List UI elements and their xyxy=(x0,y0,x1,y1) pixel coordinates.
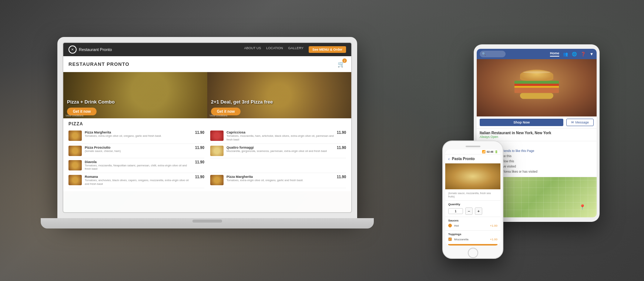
item-desc: Tomatoes, mozzarella, ham, artichoke, bl… xyxy=(227,134,334,142)
phone-device: 📶 02:48 🔋 ‹ Pasta Pronto (tomato sauce, … xyxy=(442,140,503,259)
bun-top xyxy=(520,70,553,81)
item-image xyxy=(68,160,82,170)
menu-item[interactable]: Pizza Margherita Tomatoes, extra-virgin … xyxy=(68,129,204,144)
item-desc: Tomatoes, extra-virgin olive oil, oregan… xyxy=(227,179,334,182)
item-info: Pizza Margherita Tomatoes, extra-virgin … xyxy=(85,131,192,138)
nav-location[interactable]: LOCATION xyxy=(266,46,283,53)
item-price: 11.90 xyxy=(195,175,204,179)
nav-links: ABOUT US LOCATION GALLERY See MENU & Ord… xyxy=(244,46,346,53)
quantity-row: 1 − + xyxy=(448,207,497,215)
item-desc: Tomatoes, mozzarella, Neapolitan salami,… xyxy=(85,164,192,171)
topping-checkbox-mozzarella[interactable]: ✓ xyxy=(448,237,452,241)
sauce-name-hot: Hot xyxy=(454,224,459,227)
item-name: Capricciosa xyxy=(227,131,334,134)
quantity-display: 1 xyxy=(448,208,463,214)
item-image xyxy=(210,175,224,185)
quantity-section: Quantity 1 − + xyxy=(445,201,500,217)
item-info: Diavola Tomatoes, mozzarella, Neapolitan… xyxy=(85,160,192,171)
item-name: Pizza Margherita xyxy=(85,131,192,134)
nav-about[interactable]: ABOUT US xyxy=(244,46,261,53)
item-info: Capricciosa Tomatoes, mozzarella, ham, a… xyxy=(227,131,334,142)
fb-home-link[interactable]: Home xyxy=(550,51,559,57)
item-info: Romana Tomatoes, anchovies, black olives… xyxy=(85,175,192,186)
menu-section: PIZZA Pizza Margherita Tomatoes, extra-v… xyxy=(63,118,351,191)
item-desc: (tomato sauce, cheese, ham) xyxy=(85,149,192,153)
site-navigation: ✕ Restaurant Pronto ABOUT US LOCATION GA… xyxy=(63,43,351,56)
toppings-section: Toppings ✓ Mozzarella +1.00 11.90 RON Ad… xyxy=(445,231,500,246)
topping-row: ✓ Mozzarella +1.00 xyxy=(448,237,497,241)
fb-friends-icon[interactable]: 👥 xyxy=(563,52,568,57)
fb-help-icon[interactable]: ❓ xyxy=(581,52,586,57)
fb-navigation: 🔍 Home 👥 🌐 ❓ ▼ xyxy=(477,49,597,59)
patty-layer xyxy=(514,88,559,93)
sauces-section: Sauces Hot +1.00 xyxy=(445,217,500,231)
promo-banners: Pizza + Drink Combo Get it now View cond… xyxy=(63,72,351,118)
item-name: Diavola xyxy=(85,160,192,164)
fb-page-name: Italian Restaurant in New York, New York xyxy=(480,131,594,135)
fb-message-button[interactable]: ✉ Message xyxy=(566,119,594,126)
item-price: 11.90 xyxy=(195,160,204,164)
menu-item[interactable]: Pizza Margherita Tomatoes, extra-virgin … xyxy=(210,173,346,188)
promo1-title: Pizza + Drink Combo xyxy=(67,99,204,105)
phone-speaker xyxy=(466,146,480,147)
menu-item[interactable] xyxy=(210,158,346,173)
menu-item[interactable]: Diavola Tomatoes, mozzarella, Neapolitan… xyxy=(68,158,204,173)
laptop-screen: ✕ Restaurant Pronto ABOUT US LOCATION GA… xyxy=(63,42,352,213)
back-button[interactable]: ‹ xyxy=(448,156,450,162)
cart-icon-wrap[interactable]: 🛒 2 xyxy=(336,59,346,69)
content-header: RESTAURANT PRONTO 🛒 2 xyxy=(63,56,351,72)
sauce-radio-hot[interactable] xyxy=(448,224,452,227)
fb-nav-links: Home 👥 🌐 ❓ ▼ xyxy=(550,51,594,57)
logo-icon: ✕ xyxy=(68,45,77,54)
phone-body: 📶 02:48 🔋 ‹ Pasta Pronto (tomato sauce, … xyxy=(442,140,503,259)
topping-price-mozzarella: +1.00 xyxy=(490,238,497,241)
item-image xyxy=(68,131,82,141)
menu-item[interactable]: Pizza Prosciutto (tomato sauce, cheese, … xyxy=(68,144,204,158)
phone-status-bar: 📶 02:48 🔋 xyxy=(445,149,500,155)
item-price: 11.90 xyxy=(195,131,204,135)
phone-item-detail: (tomato sauce, mozzarella, fresh sea fru… xyxy=(445,189,500,201)
nav-logo: ✕ Restaurant Pronto xyxy=(68,45,112,54)
nav-gallery[interactable]: GALLERY xyxy=(288,46,303,53)
sauces-label: Sauces xyxy=(448,219,497,222)
menu-grid: Pizza Margherita Tomatoes, extra-virgin … xyxy=(68,129,346,188)
sauce-row: Hot +1.00 xyxy=(448,224,497,227)
item-info: Pizza Prosciutto (tomato sauce, cheese, … xyxy=(85,146,192,153)
fb-page-status: Always Open xyxy=(480,135,594,139)
map-pin-icon: 📍 xyxy=(579,204,586,210)
message-icon: ✉ xyxy=(571,121,574,124)
item-name: Pizza Prosciutto xyxy=(85,146,192,149)
bun-bottom xyxy=(520,93,553,99)
fb-page-info: Italian Restaurant in New York, New York… xyxy=(477,129,597,141)
battery-icon: 🔋 xyxy=(494,150,498,153)
topping-name-mozzarella: Mozzarella xyxy=(454,238,469,241)
item-name: Romana xyxy=(85,175,192,179)
menu-item[interactable]: Romana Tomatoes, anchovies, black olives… xyxy=(68,173,204,188)
phone-screen: 📶 02:48 🔋 ‹ Pasta Pronto (tomato sauce, … xyxy=(445,149,500,246)
menu-item[interactable]: Capricciosa Tomatoes, mozzarella, ham, a… xyxy=(210,129,346,144)
laptop-device: ✕ Restaurant Pronto ABOUT US LOCATION GA… xyxy=(57,37,357,244)
phone-page-title: Pasta Pronto xyxy=(452,157,475,161)
restaurant-title: RESTAURANT PRONTO xyxy=(68,61,130,67)
fb-shop-button[interactable]: Shop Now xyxy=(480,119,563,126)
fb-action-row: Shop Now ✉ Message xyxy=(477,116,597,129)
fb-hero-image xyxy=(477,59,597,116)
item-name: Pizza Margherita xyxy=(227,175,334,179)
site-hero: RESTAURANT PRONTO 🛒 2 Pizza + xyxy=(63,56,351,212)
quantity-label: Quantity xyxy=(448,203,497,206)
item-name: Quattro formaggi xyxy=(227,146,334,149)
menu-item[interactable]: Quattro formaggi Mozzarella, gorgonzola,… xyxy=(210,144,346,158)
fb-globe-icon[interactable]: 🌐 xyxy=(572,52,577,57)
scene-container: ✕ Restaurant Pronto ABOUT US LOCATION GA… xyxy=(0,0,644,281)
cart-badge: 2 xyxy=(342,58,347,63)
item-info: Quattro formaggi Mozzarella, gorgonzola,… xyxy=(227,146,334,153)
nav-menu-cta[interactable]: See MENU & Order xyxy=(309,46,346,53)
quantity-plus-button[interactable]: + xyxy=(475,207,482,215)
quantity-minus-button[interactable]: − xyxy=(465,207,473,215)
add-to-cart-bar: 11.90 RON Add to cart xyxy=(448,244,497,246)
fb-search-bar[interactable]: 🔍 xyxy=(480,51,506,57)
item-desc: Tomatoes, anchovies, black olives, caper… xyxy=(85,179,192,186)
phone-home-button[interactable] xyxy=(468,248,478,258)
fb-dropdown-icon[interactable]: ▼ xyxy=(590,52,594,56)
item-image xyxy=(210,131,224,141)
